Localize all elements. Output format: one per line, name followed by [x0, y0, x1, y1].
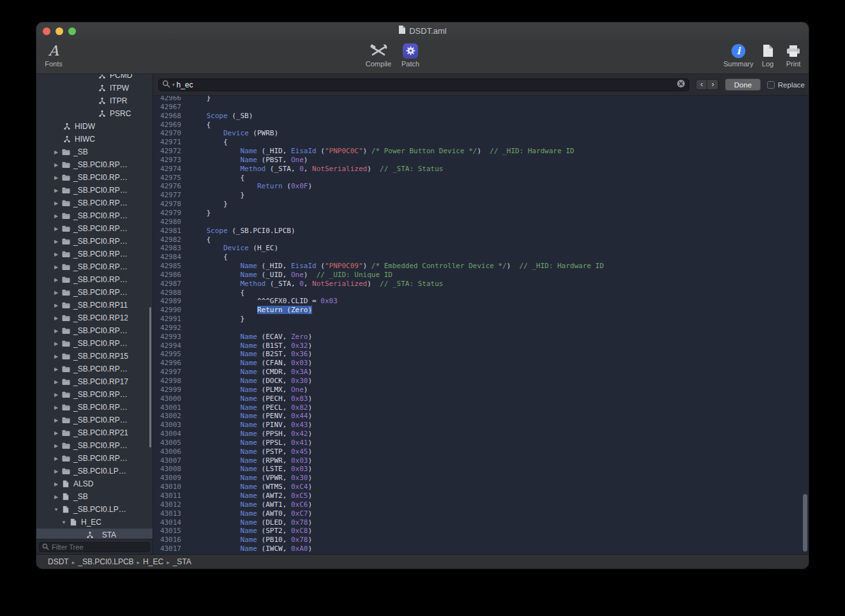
code-line[interactable]: 42986 Name (_UID, One) // _UID: Unique I… [153, 271, 809, 280]
breadcrumb-item[interactable]: _STA [173, 557, 191, 566]
code-text[interactable]: Name (_HID, EisaId ("PNP0C09") /* Embedd… [190, 262, 604, 271]
code-line[interactable]: 42966 } [153, 96, 809, 103]
code-text[interactable]: Scope (_SB) [190, 112, 253, 121]
sidebar-item-sb-pci0-rp[interactable]: ▶_SB.PCI0.RP… [36, 363, 153, 375]
chevron-down-icon[interactable]: ▾ [172, 82, 175, 87]
code-text[interactable]: Name (AWT1, 0xC6) [190, 500, 312, 509]
code-line[interactable]: 43016 Name (PB10, 0x78) [153, 536, 809, 545]
code-text[interactable]: Name (CMDR, 0x3A) [190, 368, 312, 377]
disclosure-triangle-icon[interactable]: ▶ [52, 175, 61, 181]
sidebar-item-sb-pci0-rp[interactable]: ▶_SB.PCI0.RP… [36, 197, 153, 209]
sidebar-item-sb-pci0-rp[interactable]: ▶_SB.PCI0.RP… [36, 158, 153, 171]
sidebar-scrollbar[interactable] [149, 307, 151, 447]
code-text[interactable]: Name (PENV, 0x44) [190, 412, 312, 421]
disclosure-triangle-icon[interactable]: ▶ [52, 277, 61, 283]
code-text[interactable]: Device (H_EC) [190, 244, 278, 253]
code-line[interactable]: 42973 Name (PBST, One) [153, 156, 809, 165]
disclosure-triangle-icon[interactable]: ▶ [52, 430, 61, 436]
code-line[interactable]: 43004 Name (PPSH, 0x42) [153, 430, 809, 439]
sidebar-item-sb-pci0-rp[interactable]: ▶_SB.PCI0.RP… [36, 222, 153, 235]
disclosure-triangle-icon[interactable]: ▶ [52, 481, 61, 487]
code-text[interactable]: { [190, 253, 228, 262]
code-text[interactable]: Scope (_SB.PCI0.LPCB) [190, 227, 295, 236]
disclosure-triangle-icon[interactable]: ▶ [52, 290, 61, 296]
sidebar-item-hidw[interactable]: HIDW [36, 120, 153, 133]
code-text[interactable]: { [190, 236, 211, 244]
disclosure-triangle-icon[interactable]: ▼ [59, 520, 68, 525]
code-line[interactable]: 43005 Name (PPSL, 0x41) [153, 439, 809, 447]
sidebar-item-sb-pci0-lp[interactable]: ▶_SB.PCI0.LP… [36, 465, 153, 477]
code-text[interactable]: Method (_STA, 0, NotSerialized) // _STA:… [190, 280, 443, 289]
disclosure-triangle-icon[interactable]: ▶ [52, 494, 61, 500]
breadcrumb-item[interactable]: H_EC [143, 557, 163, 566]
disclosure-triangle-icon[interactable]: ▶ [52, 303, 61, 308]
done-button[interactable]: Done [725, 79, 761, 91]
code-line[interactable]: 42998 Name (DOCK, 0x30) [153, 377, 809, 386]
patch-button[interactable]: Patch [394, 41, 426, 68]
minimize-button[interactable] [56, 27, 63, 35]
disclosure-triangle-icon[interactable]: ▶ [52, 264, 61, 270]
sidebar-item-sb-pci0-rp[interactable]: ▶_SB.PCI0.RP… [36, 388, 153, 401]
disclosure-triangle-icon[interactable]: ▶ [52, 417, 61, 423]
replace-option[interactable]: Replace [767, 81, 805, 89]
code-line[interactable]: 42970 Device (PWRB) [153, 129, 809, 138]
clear-search-icon[interactable] [677, 79, 685, 91]
sidebar-item-sb-pci0-rp[interactable]: ▶_SB.PCI0.RP… [36, 414, 153, 426]
sidebar-item-sb-pci0-rp[interactable]: ▶_SB.PCI0.RP… [36, 209, 153, 222]
disclosure-triangle-icon[interactable]: ▶ [52, 469, 61, 474]
code-line[interactable]: 42980 [153, 218, 809, 227]
code-text[interactable]: Name (PB10, 0x78) [190, 536, 312, 545]
code-text[interactable]: Name (DOCK, 0x30) [190, 377, 312, 386]
code-line[interactable]: 43001 Name (PECL, 0x82) [153, 403, 809, 412]
code-line[interactable]: 43008 Name (LSTE, 0x03) [153, 465, 809, 474]
code-text[interactable]: Name (LSTE, 0x03) [190, 465, 312, 474]
sidebar-item-sb-pci0-rp[interactable]: ▶_SB.PCI0.RP… [36, 171, 153, 184]
code-line[interactable]: 43012 Name (AWT1, 0xC6) [153, 500, 809, 509]
code-line[interactable]: 42975 { [153, 174, 809, 183]
close-button[interactable] [43, 27, 50, 35]
find-previous-button[interactable]: ‹ [696, 79, 707, 90]
code-text[interactable]: Name (VPWR, 0x30) [190, 474, 312, 483]
code-line[interactable]: 43013 Name (AWT0, 0xC7) [153, 509, 809, 518]
code-line[interactable]: 42985 Name (_HID, EisaId ("PNP0C09") /* … [153, 262, 809, 271]
code-line[interactable]: 42983 Device (H_EC) [153, 244, 809, 253]
disclosure-triangle-icon[interactable]: ▼ [52, 507, 61, 513]
sidebar-item-alsd[interactable]: ▶ALSD [36, 477, 153, 490]
code-text[interactable]: } [190, 191, 244, 200]
code-line[interactable]: 42969 { [153, 121, 809, 130]
sidebar-item-itpw[interactable]: ITPW [36, 82, 153, 94]
code-text[interactable]: Name (PBST, One) [190, 156, 308, 165]
code-line[interactable]: 42967 [153, 103, 809, 112]
sidebar-item-sb[interactable]: ▶_SB [36, 490, 153, 503]
sidebar-item-sb-pci0-rp11[interactable]: ▶_SB.PCI0.RP11 [36, 299, 153, 312]
code-line[interactable]: 43003 Name (PINV, 0x43) [153, 421, 809, 430]
sidebar-item-sb-pci0-rp[interactable]: ▶_SB.PCI0.RP… [36, 439, 153, 452]
code-line[interactable]: 42996 Name (CFAN, 0x03) [153, 359, 809, 368]
disclosure-triangle-icon[interactable]: ▶ [52, 366, 61, 372]
code-line[interactable]: 42977 } [153, 191, 809, 200]
sidebar-item-sta[interactable]: _STA [36, 529, 153, 539]
compile-button[interactable]: Compile [363, 41, 394, 68]
disclosure-triangle-icon[interactable]: ▶ [52, 315, 61, 321]
code-line[interactable]: 42984 { [153, 253, 809, 262]
sidebar-item-sb-pci0-rp[interactable]: ▶_SB.PCI0.RP… [36, 401, 153, 414]
disclosure-triangle-icon[interactable]: ▶ [52, 379, 61, 385]
disclosure-triangle-icon[interactable]: ▶ [52, 443, 61, 449]
code-line[interactable]: 43010 Name (WTMS, 0xC4) [153, 483, 809, 492]
sidebar-item-sb-pci0-rp[interactable]: ▶_SB.PCI0.RP… [36, 452, 153, 465]
sidebar-item-sb-pci0-rp[interactable]: ▶_SB.PCI0.RP… [36, 273, 153, 286]
code-line[interactable]: 43014 Name (DLED, 0x78) [153, 518, 809, 527]
fonts-button[interactable]: A Fonts [38, 41, 70, 68]
replace-checkbox[interactable] [767, 81, 775, 89]
code-text[interactable]: Name (_HID, EisaId ("PNP0C0C") /* Power … [190, 147, 574, 156]
code-text[interactable]: { [190, 174, 244, 183]
code-line[interactable]: 42999 Name (PLMX, One) [153, 386, 809, 394]
code-text[interactable]: ^^^GFX0.CLID = 0x03 [190, 297, 338, 306]
code-text[interactable]: } [190, 96, 211, 103]
code-text[interactable]: } [190, 200, 228, 209]
breadcrumb-item[interactable]: DSDT [48, 557, 69, 566]
sidebar-item-sb-pci0-rp[interactable]: ▶_SB.PCI0.RP… [36, 184, 153, 197]
code-text[interactable]: Return (0x0F) [190, 182, 312, 191]
code-line[interactable]: 43009 Name (VPWR, 0x30) [153, 474, 809, 483]
code-line[interactable]: 42979 } [153, 209, 809, 218]
